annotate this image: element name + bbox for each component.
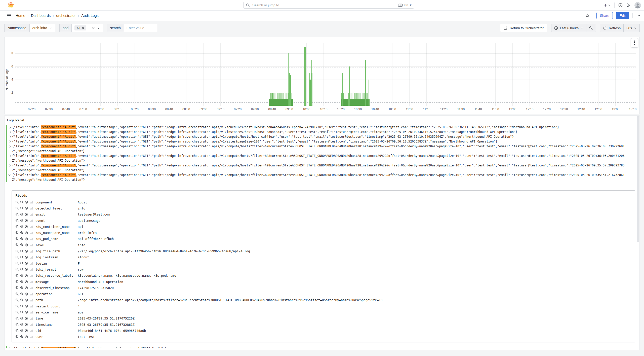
filter-for-value-icon[interactable] bbox=[15, 310, 19, 314]
namespace-select[interactable]: orch-infra bbox=[30, 24, 55, 32]
visibility-icon[interactable] bbox=[25, 274, 28, 277]
filter-for-value-icon[interactable] bbox=[15, 323, 19, 326]
log-row[interactable]: {"level":"info","component":"Audit","eve… bbox=[6, 346, 639, 348]
filter-out-value-icon[interactable] bbox=[20, 274, 24, 277]
filter-out-value-icon[interactable] bbox=[20, 250, 24, 253]
expand-log-icon[interactable] bbox=[9, 131, 11, 133]
filter-out-value-icon[interactable] bbox=[20, 317, 24, 320]
collapse-log-icon[interactable] bbox=[9, 173, 11, 176]
visibility-icon[interactable] bbox=[25, 268, 28, 271]
stats-icon[interactable] bbox=[29, 280, 33, 283]
stats-icon[interactable] bbox=[29, 329, 33, 332]
panel-menu-button[interactable] bbox=[631, 38, 638, 48]
visibility-icon[interactable] bbox=[25, 237, 28, 241]
filter-for-value-icon[interactable] bbox=[15, 219, 19, 222]
visibility-icon[interactable] bbox=[25, 323, 28, 326]
edit-button[interactable]: Edit bbox=[616, 12, 629, 19]
log-row[interactable]: {"level":"info","component":"Audit","eve… bbox=[6, 173, 639, 182]
visibility-icon[interactable] bbox=[25, 243, 28, 247]
filter-for-value-icon[interactable] bbox=[15, 268, 19, 271]
stats-icon[interactable] bbox=[29, 250, 33, 253]
filter-out-value-icon[interactable] bbox=[20, 262, 24, 265]
visibility-icon[interactable] bbox=[25, 262, 28, 265]
stats-icon[interactable] bbox=[29, 323, 33, 326]
scrollbar-thumb[interactable] bbox=[637, 116, 639, 242]
filter-out-value-icon[interactable] bbox=[20, 323, 24, 326]
menu-toggle-icon[interactable] bbox=[7, 14, 11, 17]
stats-icon[interactable] bbox=[29, 256, 33, 259]
expand-log-icon[interactable] bbox=[9, 155, 11, 157]
user-avatar[interactable] bbox=[634, 2, 641, 9]
new-menu-button[interactable]: + bbox=[604, 3, 611, 8]
remove-chip-icon[interactable] bbox=[82, 27, 84, 29]
zoom-out-time-button[interactable] bbox=[586, 24, 596, 32]
clear-filter-icon[interactable] bbox=[92, 27, 95, 29]
filter-for-value-icon[interactable] bbox=[15, 225, 19, 228]
visibility-icon[interactable] bbox=[25, 213, 28, 216]
stats-icon[interactable] bbox=[29, 237, 33, 241]
news-rss-icon[interactable] bbox=[626, 3, 631, 7]
search-filter-input[interactable] bbox=[124, 24, 157, 32]
star-icon[interactable] bbox=[585, 13, 590, 18]
visibility-icon[interactable] bbox=[25, 292, 28, 296]
filter-for-value-icon[interactable] bbox=[15, 298, 19, 302]
refresh-interval-picker[interactable]: 30s bbox=[623, 24, 639, 32]
log-row[interactable]: {"level":"info","component":"Audit","eve… bbox=[6, 154, 639, 163]
visibility-icon[interactable] bbox=[25, 310, 28, 314]
stats-icon[interactable] bbox=[29, 219, 33, 222]
log-row[interactable]: {"level":"info","component":"Audit","eve… bbox=[6, 144, 639, 154]
expand-log-icon[interactable] bbox=[9, 164, 11, 167]
filter-out-value-icon[interactable] bbox=[20, 225, 24, 228]
filter-out-value-icon[interactable] bbox=[20, 213, 24, 216]
filter-for-value-icon[interactable] bbox=[15, 243, 19, 247]
visibility-icon[interactable] bbox=[25, 298, 28, 302]
filter-for-value-icon[interactable] bbox=[15, 231, 19, 235]
visibility-icon[interactable] bbox=[25, 231, 28, 235]
filter-for-value-icon[interactable] bbox=[15, 237, 19, 241]
filter-out-value-icon[interactable] bbox=[20, 329, 24, 332]
filter-out-value-icon[interactable] bbox=[20, 206, 24, 210]
stats-icon[interactable] bbox=[29, 310, 33, 314]
stats-icon[interactable] bbox=[29, 304, 33, 308]
stats-icon[interactable] bbox=[29, 274, 33, 277]
stats-icon[interactable] bbox=[29, 292, 33, 296]
expand-log-icon[interactable] bbox=[9, 136, 11, 138]
stats-icon[interactable] bbox=[29, 243, 33, 247]
filter-for-value-icon[interactable] bbox=[15, 280, 19, 283]
visibility-icon[interactable] bbox=[25, 329, 28, 332]
stats-icon[interactable] bbox=[29, 206, 33, 210]
filter-out-value-icon[interactable] bbox=[20, 286, 24, 290]
filter-out-value-icon[interactable] bbox=[20, 268, 24, 271]
filter-for-value-icon[interactable] bbox=[15, 317, 19, 320]
filter-for-value-icon[interactable] bbox=[15, 329, 19, 332]
stats-icon[interactable] bbox=[29, 286, 33, 290]
filter-out-value-icon[interactable] bbox=[20, 304, 24, 308]
stats-icon[interactable] bbox=[29, 262, 33, 265]
refresh-button[interactable]: Refresh bbox=[600, 24, 623, 32]
stats-icon[interactable] bbox=[29, 225, 33, 228]
filter-for-value-icon[interactable] bbox=[15, 206, 19, 210]
visibility-icon[interactable] bbox=[25, 219, 28, 222]
filter-for-value-icon[interactable] bbox=[15, 262, 19, 265]
filter-for-value-icon[interactable] bbox=[15, 286, 19, 290]
time-range-picker[interactable]: Last 6 hours bbox=[551, 24, 586, 32]
visibility-icon[interactable] bbox=[25, 206, 28, 210]
stats-icon[interactable] bbox=[29, 317, 33, 320]
filter-for-value-icon[interactable] bbox=[15, 200, 19, 204]
filter-for-value-icon[interactable] bbox=[15, 304, 19, 308]
stats-icon[interactable] bbox=[29, 213, 33, 216]
expand-log-icon[interactable] bbox=[9, 145, 11, 148]
visibility-icon[interactable] bbox=[25, 304, 28, 308]
filter-out-value-icon[interactable] bbox=[20, 219, 24, 222]
log-row[interactable]: {"level":"info","component":"Audit","eve… bbox=[6, 163, 639, 173]
stats-icon[interactable] bbox=[29, 335, 33, 339]
chevron-up-icon[interactable] bbox=[637, 14, 641, 17]
breadcrumb-item-home[interactable]: Home bbox=[16, 14, 25, 18]
filter-out-value-icon[interactable] bbox=[20, 335, 24, 339]
grafana-logo-icon[interactable] bbox=[8, 2, 14, 9]
filter-out-value-icon[interactable] bbox=[20, 310, 24, 314]
filter-out-value-icon[interactable] bbox=[20, 280, 24, 283]
visibility-icon[interactable] bbox=[25, 200, 28, 204]
pod-chip[interactable]: All bbox=[74, 25, 86, 30]
stats-icon[interactable] bbox=[29, 231, 33, 235]
